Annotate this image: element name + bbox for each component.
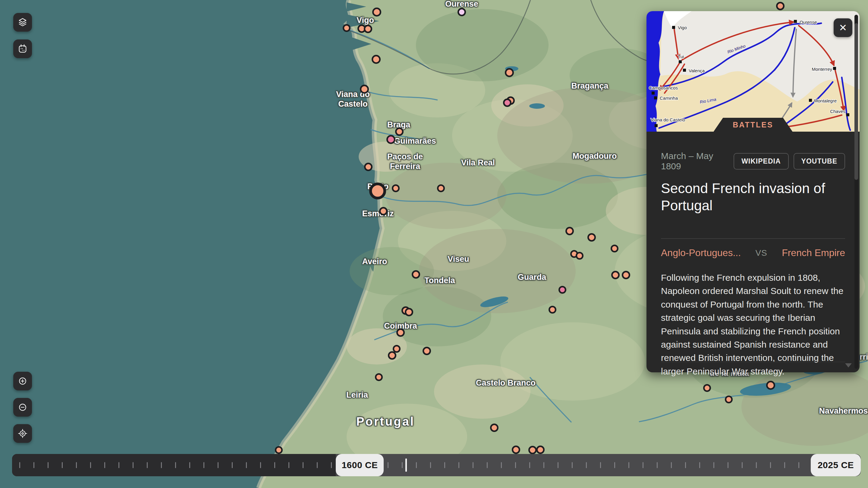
inset-town-square <box>679 60 682 63</box>
inset-town-square <box>652 92 655 95</box>
timeline-tick <box>189 462 190 468</box>
inset-town-label: Viana do Castelo <box>651 117 685 122</box>
timeline-tick <box>175 462 176 468</box>
map-marker[interactable] <box>505 68 514 77</box>
inset-town-label: Valença <box>689 68 705 73</box>
map-marker[interactable] <box>275 446 283 454</box>
inset-town-square <box>809 99 812 102</box>
map-marker[interactable] <box>386 135 396 144</box>
inset-town-square <box>683 69 686 72</box>
timeline-tick <box>544 462 544 468</box>
timeline-tick <box>558 462 558 468</box>
map-marker[interactable] <box>611 271 620 279</box>
map-marker[interactable] <box>512 446 520 454</box>
map-marker[interactable] <box>611 245 618 253</box>
close-panel-button[interactable]: ✕ <box>834 19 852 37</box>
timeline-tick <box>444 462 445 468</box>
youtube-button[interactable]: YOUTUBE <box>794 153 845 170</box>
map-marker[interactable] <box>364 25 372 33</box>
timeline-bar[interactable]: 1600 CE 2025 CE <box>12 454 861 476</box>
timeline-tick <box>288 462 289 468</box>
timeline-tick <box>76 462 77 468</box>
timeline-tick <box>458 462 459 468</box>
tab-battles[interactable]: BATTLES <box>714 118 793 132</box>
map-marker[interactable] <box>392 184 400 192</box>
inset-town-square <box>655 124 658 127</box>
panel-scrollbar-thumb[interactable] <box>855 23 858 180</box>
map-marker[interactable] <box>388 351 396 360</box>
map-marker[interactable] <box>396 328 405 337</box>
map-marker[interactable] <box>405 308 413 316</box>
map-marker[interactable] <box>776 2 784 10</box>
map-marker[interactable] <box>437 184 445 192</box>
map-marker[interactable] <box>565 227 574 235</box>
map-marker[interactable] <box>360 85 369 94</box>
map-marker[interactable] <box>576 252 584 260</box>
inset-town-square <box>794 20 797 23</box>
timeline-tick <box>119 462 119 468</box>
map-marker[interactable] <box>558 286 566 294</box>
map-marker[interactable] <box>458 8 466 16</box>
map-marker[interactable] <box>766 381 775 390</box>
map-marker[interactable] <box>725 395 733 403</box>
map-marker[interactable] <box>536 446 545 454</box>
layers-icon <box>17 16 29 28</box>
map-marker[interactable] <box>372 55 381 64</box>
timeline-tick <box>19 462 20 468</box>
timeline-tick <box>600 462 601 468</box>
timeline-end-handle[interactable]: 2025 CE <box>811 454 861 476</box>
inset-town-label: Monterrey <box>812 67 832 72</box>
timeline-dark-segment <box>12 454 336 476</box>
map-marker[interactable] <box>379 207 388 216</box>
tab-battles-label: BATTLES <box>733 121 773 129</box>
map-marker[interactable] <box>549 306 556 314</box>
scroll-down-icon[interactable] <box>845 363 852 367</box>
map-marker[interactable] <box>364 163 373 171</box>
timeline-tick <box>586 462 587 468</box>
zoom-out-button[interactable] <box>13 398 32 417</box>
map-marker[interactable] <box>369 183 386 199</box>
timeline-start-label: 1600 CE <box>341 460 378 470</box>
panel-scrollbar[interactable] <box>855 15 858 369</box>
map-marker[interactable] <box>395 127 404 136</box>
map-marker[interactable] <box>703 384 711 392</box>
timeline-tick <box>331 462 332 468</box>
locate-button[interactable] <box>13 424 32 443</box>
timeline-tick <box>246 462 247 468</box>
divider <box>661 238 845 239</box>
calendar-icon <box>17 43 29 55</box>
timeline-start-handle[interactable]: 1600 CE <box>336 454 384 476</box>
map-marker[interactable] <box>423 347 431 355</box>
map-marker[interactable] <box>587 233 596 241</box>
app-stage: OurenseVigoViana do CasteloBragaGuimarãe… <box>0 0 868 488</box>
zoom-in-button[interactable] <box>13 372 32 390</box>
timeline-tick <box>784 462 785 468</box>
calendar-button[interactable] <box>13 39 32 58</box>
timeline-tick <box>657 462 658 468</box>
inset-town-square <box>833 67 836 70</box>
timeline-tick <box>416 462 417 468</box>
timeline-tick <box>218 462 218 468</box>
inset-town-label: Tui <box>678 54 684 59</box>
map-marker[interactable] <box>528 446 537 454</box>
map-marker[interactable] <box>372 7 381 17</box>
timeline-tick <box>713 462 714 468</box>
wikipedia-button[interactable]: WIKIPEDIA <box>734 153 788 170</box>
timeline-tick <box>756 462 757 468</box>
battle-inset-map: VigoTuiValençaCamposancosCaminhaViana do… <box>647 11 860 132</box>
map-marker[interactable] <box>375 373 383 381</box>
map-marker[interactable] <box>622 271 630 279</box>
timeline-tick <box>303 462 304 468</box>
map-marker[interactable] <box>343 24 350 32</box>
close-icon: ✕ <box>839 22 847 33</box>
inset-town-label: Ourense <box>800 20 817 25</box>
timeline-tick <box>487 462 488 468</box>
layers-button[interactable] <box>13 13 32 32</box>
map-marker[interactable] <box>490 424 498 432</box>
map-marker[interactable] <box>412 270 420 279</box>
combatant-right-link[interactable]: French Empire <box>782 247 845 258</box>
map-marker[interactable] <box>503 98 512 107</box>
locate-icon <box>17 427 29 440</box>
combatant-left-link[interactable]: Anglo-Portugues... <box>661 247 741 258</box>
inset-town-label: Vigo <box>678 25 687 30</box>
